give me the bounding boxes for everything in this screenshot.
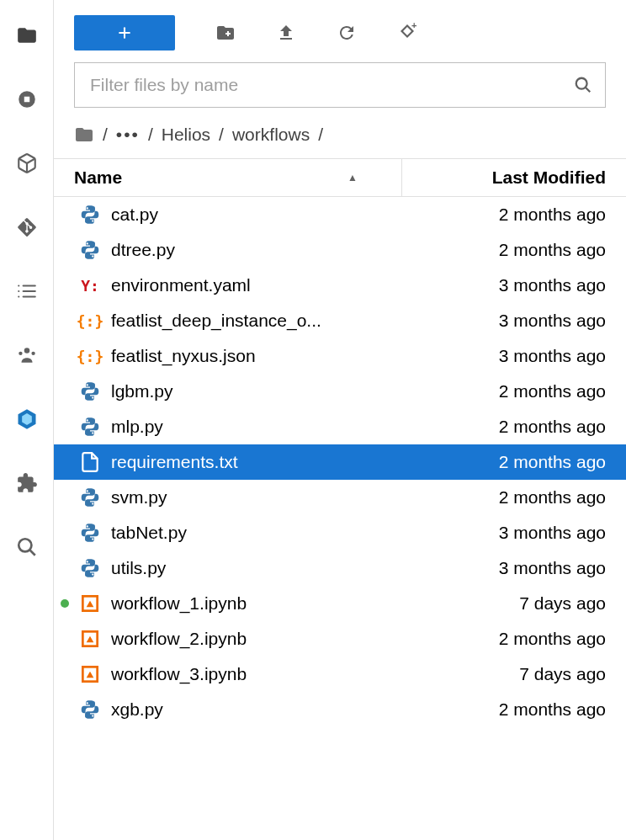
tab-webpack[interactable] xyxy=(15,407,39,431)
json-icon: {:} xyxy=(79,310,101,332)
svg-point-9 xyxy=(24,348,29,354)
tab-toc[interactable] xyxy=(15,279,39,303)
file-modified: 3 months ago xyxy=(438,346,606,366)
filter-wrapper xyxy=(74,62,606,108)
file-name: mlp.py xyxy=(111,417,438,437)
file-row[interactable]: xgb.py2 months ago xyxy=(54,692,626,727)
file-row[interactable]: mlp.py2 months ago xyxy=(54,409,626,444)
file-modified: 2 months ago xyxy=(438,417,606,437)
breadcrumb-separator: / xyxy=(318,125,323,145)
tab-extensions[interactable] xyxy=(15,471,39,495)
tab-packages[interactable] xyxy=(15,152,39,175)
python-icon xyxy=(79,239,101,261)
python-icon xyxy=(79,522,101,544)
column-divider[interactable] xyxy=(401,159,402,196)
file-row[interactable]: utils.py3 months ago xyxy=(54,550,626,586)
file-name: xgb.py xyxy=(111,699,438,720)
file-modified: 2 months ago xyxy=(438,487,606,508)
file-row[interactable]: workflow_1.ipynb7 days ago xyxy=(54,586,626,621)
file-name: svm.py xyxy=(111,487,438,508)
file-row[interactable]: dtree.py2 months ago xyxy=(54,232,626,268)
filter-input[interactable] xyxy=(74,62,606,108)
new-launcher-button[interactable] xyxy=(74,15,175,51)
yaml-icon: Y: xyxy=(79,274,101,296)
file-row[interactable]: {:}featlist_deep_instance_o...3 months a… xyxy=(54,303,626,338)
svg-text:+: + xyxy=(411,23,416,30)
file-name: featlist_nyxus.json xyxy=(111,346,438,366)
file-name: workflow_1.ipynb xyxy=(111,593,438,614)
column-modified-label: Last Modified xyxy=(492,167,606,187)
notebook-icon xyxy=(79,628,101,650)
file-row[interactable]: tabNet.py3 months ago xyxy=(54,515,626,550)
svg-line-15 xyxy=(29,550,35,556)
svg-point-11 xyxy=(31,352,34,355)
breadcrumb-separator: / xyxy=(103,125,108,145)
search-icon xyxy=(574,76,592,94)
file-modified: 7 days ago xyxy=(438,593,606,614)
breadcrumb-separator: / xyxy=(148,125,153,145)
file-row[interactable]: workflow_2.ipynb2 months ago xyxy=(54,621,626,657)
folder-icon[interactable] xyxy=(74,125,94,145)
refresh-button[interactable] xyxy=(337,23,357,43)
file-row[interactable]: Y:environment.yaml3 months ago xyxy=(54,268,626,303)
file-modified: 2 months ago xyxy=(438,452,606,472)
file-list: cat.py2 months agodtree.py2 months agoY:… xyxy=(54,197,626,840)
file-modified: 2 months ago xyxy=(438,381,606,401)
file-row[interactable]: cat.py2 months ago xyxy=(54,197,626,232)
file-browser-panel: + / ••• / Helios / workflows / Name ▲ La… xyxy=(54,0,626,840)
file-name: workflow_3.ipynb xyxy=(111,664,438,684)
file-name: featlist_deep_instance_o... xyxy=(111,311,438,331)
file-name: utils.py xyxy=(111,558,438,578)
svg-point-19 xyxy=(576,78,587,89)
file-name: lgbm.py xyxy=(111,381,438,401)
file-name: cat.py xyxy=(111,205,438,225)
new-folder-button[interactable] xyxy=(215,23,236,43)
svg-line-20 xyxy=(586,88,591,93)
breadcrumb-item[interactable]: workflows xyxy=(232,125,310,145)
file-modified: 3 months ago xyxy=(438,275,606,295)
activity-bar xyxy=(0,0,54,840)
file-modified: 3 months ago xyxy=(438,558,606,578)
file-modified: 2 months ago xyxy=(438,240,606,260)
file-modified: 2 months ago xyxy=(438,699,606,720)
file-row[interactable]: workflow_3.ipynb7 days ago xyxy=(54,657,626,692)
file-name: workflow_2.ipynb xyxy=(111,629,438,649)
file-modified: 3 months ago xyxy=(438,523,606,543)
svg-point-10 xyxy=(19,352,22,355)
breadcrumb-separator: / xyxy=(219,125,224,145)
python-icon xyxy=(79,486,101,508)
tab-users[interactable] xyxy=(15,343,39,367)
breadcrumb-ellipsis[interactable]: ••• xyxy=(116,125,140,145)
upload-button[interactable] xyxy=(276,23,296,43)
tab-running[interactable] xyxy=(15,88,39,111)
file-name: environment.yaml xyxy=(111,275,438,295)
python-icon xyxy=(79,557,101,579)
column-modified-header[interactable]: Last Modified xyxy=(412,167,606,188)
file-row[interactable]: lgbm.py2 months ago xyxy=(54,374,626,409)
file-modified: 3 months ago xyxy=(438,311,606,331)
python-icon xyxy=(79,380,101,402)
python-icon xyxy=(79,416,101,438)
json-icon: {:} xyxy=(79,345,101,367)
notebook-icon xyxy=(79,663,101,685)
file-row[interactable]: {:}featlist_nyxus.json3 months ago xyxy=(54,338,626,374)
sort-caret-icon: ▲ xyxy=(347,172,358,183)
breadcrumb-item[interactable]: Helios xyxy=(162,125,210,145)
tab-git[interactable] xyxy=(15,215,39,239)
notebook-icon xyxy=(79,593,101,614)
file-name: dtree.py xyxy=(111,240,438,260)
file-modified: 2 months ago xyxy=(438,629,606,649)
file-name: requirements.txt xyxy=(111,452,438,472)
file-row[interactable]: svm.py2 months ago xyxy=(54,480,626,515)
file-modified: 2 months ago xyxy=(438,205,606,225)
file-modified: 7 days ago xyxy=(438,664,606,684)
python-icon xyxy=(79,204,101,226)
file-row[interactable]: requirements.txt2 months ago xyxy=(54,444,626,480)
tab-files[interactable] xyxy=(15,24,39,47)
tab-search[interactable] xyxy=(15,535,39,559)
svg-point-14 xyxy=(19,539,31,551)
git-clone-button[interactable]: + xyxy=(397,23,417,43)
column-name-header[interactable]: Name ▲ xyxy=(74,167,391,188)
svg-rect-1 xyxy=(24,97,29,103)
running-indicator xyxy=(61,599,69,608)
